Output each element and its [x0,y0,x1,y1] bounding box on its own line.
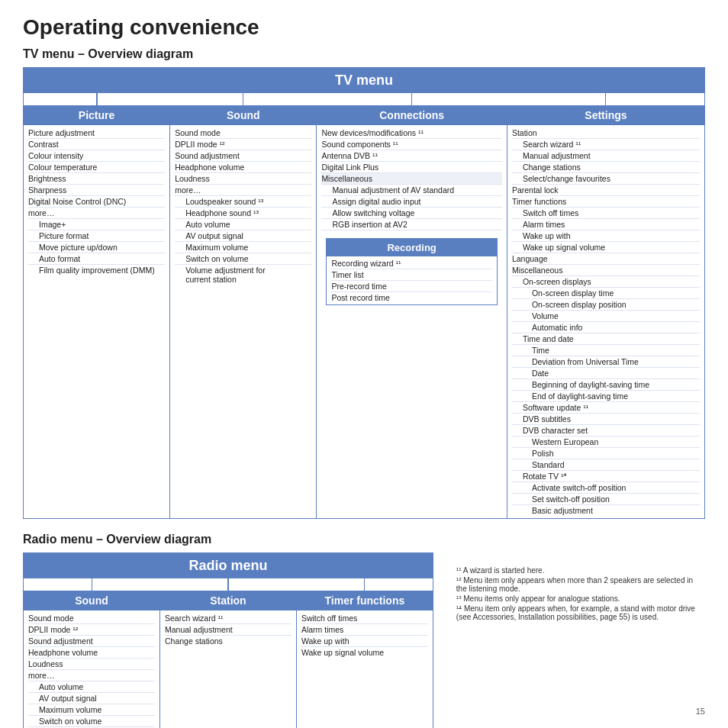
list-item: Switch on volume [175,253,311,265]
list-item: Search wizard ¹¹ [512,139,700,150]
page-title: Operating convenience [23,15,705,40]
list-item: Digital Link Plus [321,162,502,173]
list-item: DPLII mode ¹² [175,139,311,150]
list-item: Sound adjustment [175,150,311,162]
list-item: more… [28,208,165,219]
list-item: Switch on volume [28,716,155,727]
list-item: Automatic info [512,322,700,333]
list-item: DVB character set [512,425,700,436]
list-item: Sound components ¹¹ [321,139,502,150]
list-item: Pre-record time [331,281,492,292]
miscellaneous-label: Miscellaneous [321,173,502,185]
footnote-4: ¹⁴ Menu item only appears when, for exam… [456,604,705,621]
footnotes-area: ¹¹ A wizard is started here. ¹² Menu ite… [433,552,705,728]
list-item: Change stations [512,162,700,173]
list-item: Digital Noise Control (DNC) [28,196,165,208]
list-item: Picture adjustment [28,127,165,139]
list-item: more… [28,670,155,681]
radio-connector-row [24,578,433,591]
list-item: Change stations [165,636,292,646]
section1-heading: TV menu – Overview diagram [23,47,705,61]
list-item: Headphone volume [28,647,155,659]
list-item: Wake up signal volume [512,242,700,253]
list-item: Timer list [331,269,492,281]
list-item: Move picture up/down [28,242,165,253]
picture-items: Picture adjustment Contrast Colour inten… [24,125,169,278]
list-item: Activate switch-off position [512,482,700,494]
connections-items: New devices/modifications ¹¹ Sound compo… [317,125,507,312]
list-item: Image+ [28,219,165,230]
list-item: Loudspeaker sound ¹³ [175,196,311,208]
tv-menu-header: TV menu [24,68,704,93]
list-item: End of daylight-saving time [512,391,700,402]
radio-station-items: Search wizard ¹¹ Manual adjustment Chang… [160,610,296,649]
list-item: Wake up signal volume [301,647,428,658]
list-item: Sound mode [28,613,155,624]
list-item: Loudness [175,173,311,185]
list-item: Allow switching voltage [321,208,502,219]
list-item: Volume [512,311,700,322]
tv-menu-diagram: TV menu Picture Picture adjustment Contr… [23,67,705,519]
timer-functions-label: Timer functions [512,196,700,208]
list-item: Colour temperature [28,162,165,173]
list-item: Beginning of daylight-saving time [512,379,700,391]
list-item: On-screen display position [512,299,700,311]
list-item: Contrast [28,139,165,150]
miscellaneous-label2: Miscellaneous [512,265,700,276]
list-item: Date [512,368,700,379]
list-item: Headphone sound ¹³ [175,208,311,219]
radio-station-header: Station [160,591,296,610]
list-item: Switch off times [301,613,428,624]
list-item: New devices/modifications ¹¹ [321,127,502,139]
list-item: Wake up with [301,636,428,647]
list-item: Alarm times [301,624,428,636]
list-item: Maximum volume [28,704,155,716]
list-item: Sound adjustment [28,636,155,647]
radio-menu-header: Radio menu [24,553,433,578]
list-item: AV output signal [28,693,155,704]
settings-header: Settings [507,105,704,125]
connections-column: Connections New devices/modifications ¹¹… [317,105,507,518]
radio-menu-columns: Sound Sound mode DPLII mode ¹² Sound adj… [24,591,433,728]
radio-sound-column: Sound Sound mode DPLII mode ¹² Sound adj… [24,591,160,728]
recording-header: Recording [327,239,497,256]
list-item: Software update ¹¹ [512,402,700,414]
list-item: Volume adjustment forcurrent station [175,265,311,285]
list-item: Picture format [28,230,165,242]
list-item: Search wizard ¹¹ [165,613,292,624]
page-number: 15 [696,707,705,716]
list-item: Auto volume [28,681,155,693]
list-item: Colour intensity [28,150,165,162]
sound-column: Sound Sound mode DPLII mode ¹² Sound adj… [170,105,317,518]
footnote-1: ¹¹ A wizard is started here. [456,566,705,575]
radio-sound-items: Sound mode DPLII mode ¹² Sound adjustmen… [24,610,159,728]
list-item: Alarm times [512,219,700,230]
parental-lock-label: Parental lock [512,185,700,196]
radio-timer-column: Timer functions Switch off times Alarm t… [297,591,433,728]
list-item: Switch off times [512,208,700,219]
list-item: Select/change favourites [512,173,700,185]
list-item: AV output signal [175,230,311,242]
list-item: Manual adjustment of AV standard [321,185,502,196]
list-item: On-screen display time [512,288,700,299]
list-item: Standard [512,459,700,471]
tv-menu-columns: Picture Picture adjustment Contrast Colo… [24,105,704,518]
list-item: Antenna DVB ¹¹ [321,150,502,162]
list-item: Manual adjustment [512,150,700,162]
footnotes: ¹¹ A wizard is started here. ¹² Menu ite… [456,566,705,621]
list-item: Sharpness [28,185,165,196]
list-item: Assign digital audio input [321,196,502,208]
radio-station-column: Station Search wizard ¹¹ Manual adjustme… [160,591,297,728]
radio-timer-header: Timer functions [297,591,433,610]
list-item: Polish [512,448,700,459]
recording-items: Recording wizard ¹¹ Timer list Pre-recor… [327,256,497,304]
list-item: Time and date [512,333,700,345]
list-item: Rotate TV ¹⁴ [512,471,700,482]
list-item: Deviation from Universal Time [512,356,700,368]
radio-menu-diagram: Radio menu Sound Sound mode DPLII mode ¹… [23,552,433,728]
settings-column: Settings Station Search wizard ¹¹ Manual… [507,105,704,518]
station-label: Station [512,127,700,139]
connections-header: Connections [317,105,507,125]
radio-timer-items: Switch off times Alarm times Wake up wit… [297,610,433,660]
picture-column: Picture Picture adjustment Contrast Colo… [24,105,170,518]
